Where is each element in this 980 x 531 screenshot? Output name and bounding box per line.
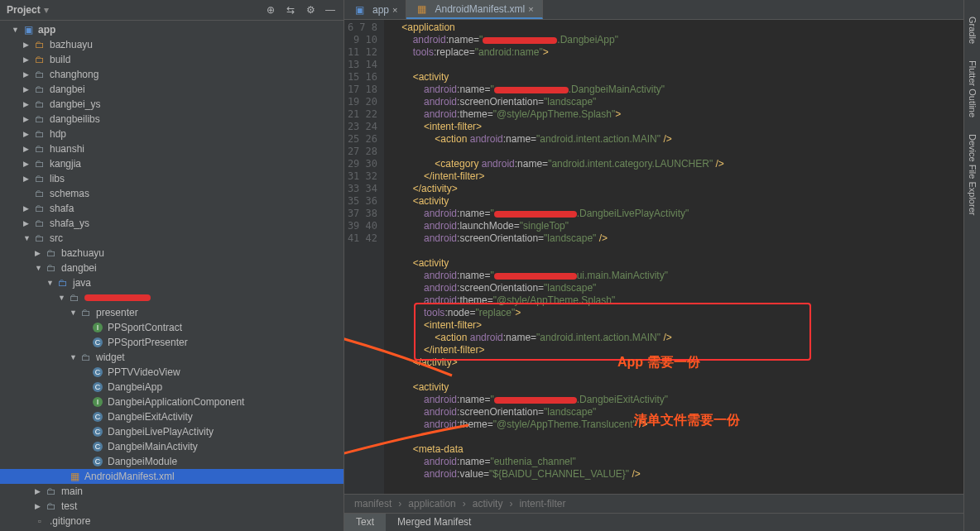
breadcrumb-intent-filter[interactable]: intent-filter	[519, 498, 565, 509]
breadcrumb-application[interactable]: application	[408, 498, 455, 509]
tree-item-schemas[interactable]: 🗀schemas	[0, 186, 343, 201]
target-icon[interactable]: ⊕	[264, 3, 277, 17]
bottom-tab-merged-manifest[interactable]: Merged Manifest	[386, 514, 483, 531]
tree-arrow[interactable]: ▼	[58, 294, 66, 302]
tree-arrow[interactable]: ▼	[12, 26, 20, 34]
tree-label: hdp	[50, 128, 66, 140]
tree-arrow[interactable]: ▼	[35, 264, 43, 272]
breadcrumb-manifest[interactable]: manifest	[354, 498, 392, 509]
tree-label: app	[38, 24, 55, 36]
tree-arrow[interactable]: ▶	[23, 130, 31, 138]
tree-item-hdp[interactable]: ▶🗀hdp	[0, 127, 343, 141]
tree-item-src[interactable]: ▼🗀src	[0, 231, 343, 246]
tree-item-java[interactable]: ▼🗀java	[0, 275, 343, 290]
rail-device-file-explorer[interactable]: Device File Explorer	[968, 134, 978, 215]
tree-item-widget[interactable]: ▼🗀widget	[0, 350, 343, 365]
tree-arrow[interactable]: ▶	[23, 204, 31, 213]
tree-item-bazhuayu[interactable]: ▶🗀bazhuayu	[0, 37, 343, 52]
rail-gradle[interactable]: Gradle	[968, 17, 978, 44]
tree-item-libs[interactable]: ▶🗀libs	[0, 171, 343, 186]
tree-arrow[interactable]: ▶	[23, 219, 31, 227]
tree-item-dangbei[interactable]: ▶🗀dangbei	[0, 82, 343, 97]
tree-arrow[interactable]: ▶	[35, 502, 43, 510]
tree-arrow[interactable]: ▶	[23, 70, 31, 79]
tree-arrow[interactable]: ▼	[70, 309, 78, 317]
editor-area: ▣app×▦AndroidManifest.xml× 6 7 8 9 10 11…	[344, 0, 963, 531]
collapse-icon[interactable]: ⇆	[284, 3, 297, 17]
tree-label: PPSportPresenter	[108, 337, 188, 348]
tree-item-kangjia[interactable]: ▶🗀kangjia	[0, 156, 343, 171]
tree-label: DangbeiModule	[108, 456, 177, 467]
close-icon[interactable]: ×	[528, 4, 533, 14]
close-icon[interactable]: ×	[392, 5, 397, 15]
tree-label: AndroidManifest.xml	[84, 471, 175, 482]
tree-item-dangbeiliveplayactivity[interactable]: CDangbeiLivePlayActivity	[0, 424, 343, 439]
tab-label: app	[372, 4, 389, 16]
tree-label: java	[73, 277, 91, 289]
tree-item-main[interactable]: ▶🗀main	[0, 484, 343, 499]
tree-label: test	[61, 500, 77, 512]
tree-item-shafa_ys[interactable]: ▶🗀shafa_ys	[0, 216, 343, 231]
tree-item-shafa[interactable]: ▶🗀shafa	[0, 201, 343, 216]
bottom-tabs: TextMerged Manifest	[344, 513, 963, 531]
tree-label: widget	[96, 352, 125, 363]
tree-item-ppsportpresenter[interactable]: CPPSportPresenter	[0, 335, 343, 350]
tree-item-dangbeilibs[interactable]: ▶🗀dangbeilibs	[0, 112, 343, 127]
code-area[interactable]: <application android:name=".DangbeiApp" …	[384, 20, 963, 494]
tree-item-pptvvideoview[interactable]: CPPTVVideoView	[0, 365, 343, 380]
tree-item-dangbeiapplicationcomponent[interactable]: IDangbeiApplicationComponent	[0, 395, 343, 409]
gear-icon[interactable]: ⚙	[304, 3, 317, 17]
tree-item-changhong[interactable]: ▶🗀changhong	[0, 67, 343, 82]
tree-arrow[interactable]: ▶	[23, 145, 31, 153]
tree-arrow[interactable]: ▼	[70, 353, 78, 361]
tree-item-ppsportcontract[interactable]: IPPSportContract	[0, 320, 343, 335]
tree-label: src	[50, 232, 63, 244]
tree-label: DangbeiLivePlayActivity	[108, 426, 214, 438]
tree-item-dangbei[interactable]: ▼🗀dangbei	[0, 261, 343, 275]
tree-item-huanshi[interactable]: ▶🗀huanshi	[0, 141, 343, 156]
project-sidebar: Project ▾ ⊕ ⇆ ⚙ — ▼▣app▶🗀bazhuayu▶🗀build…	[0, 0, 344, 531]
tree-label: kangjia	[50, 158, 81, 170]
tree-arrow[interactable]: ▶	[23, 115, 31, 123]
tree-arrow[interactable]: ▶	[23, 55, 31, 64]
tree-item-dangbeiapp[interactable]: CDangbeiApp	[0, 380, 343, 395]
tree-item-dangbeiexitactivity[interactable]: CDangbeiExitActivity	[0, 409, 343, 424]
tree-label: schemas	[50, 188, 89, 199]
tree-item-redacted[interactable]: ▼🗀	[0, 290, 343, 305]
rail-flutter-outline[interactable]: Flutter Outline	[968, 60, 978, 117]
tree-item-androidmanifest-xml[interactable]: ▦AndroidManifest.xml	[0, 469, 343, 484]
bottom-tab-text[interactable]: Text	[344, 514, 386, 531]
tree-item-dangbeimainactivity[interactable]: CDangbeiMainActivity	[0, 439, 343, 454]
tree-item-dangbeimodule[interactable]: CDangbeiModule	[0, 454, 343, 469]
tree-label: dangbeilibs	[50, 113, 100, 125]
tree-arrow[interactable]: ▶	[23, 100, 31, 108]
tab-androidmanifest-xml[interactable]: ▦AndroidManifest.xml×	[406, 0, 542, 19]
tree-label: bazhuayu	[50, 39, 93, 50]
tree-arrow[interactable]: ▶	[23, 175, 31, 183]
tree-item-presenter[interactable]: ▼🗀presenter	[0, 305, 343, 320]
editor-tabs: ▣app×▦AndroidManifest.xml×	[344, 0, 963, 20]
tree-arrow[interactable]: ▶	[23, 41, 31, 49]
tree-arrow[interactable]: ▼	[46, 279, 55, 287]
tree-arrow[interactable]: ▶	[35, 249, 43, 257]
tree-arrow[interactable]: ▼	[23, 234, 31, 242]
breadcrumb[interactable]: manifest›application›activity›intent-fil…	[344, 494, 963, 513]
tree-label: presenter	[96, 307, 138, 318]
gutter: 6 7 8 9 10 11 12 13 14 15 16 17 18 19 20…	[344, 20, 384, 494]
chevron-down-icon[interactable]: ▾	[44, 4, 49, 16]
tree-item-build[interactable]: ▶🗀build	[0, 52, 343, 67]
hide-icon[interactable]: —	[324, 3, 337, 17]
tree-item-dangbei_ys[interactable]: ▶🗀dangbei_ys	[0, 97, 343, 112]
tree-item-bazhuayu[interactable]: ▶🗀bazhuayu	[0, 246, 343, 261]
breadcrumb-activity[interactable]: activity	[473, 498, 503, 509]
tab-app[interactable]: ▣app×	[344, 0, 406, 19]
tree-arrow[interactable]: ▶	[23, 160, 31, 168]
tree-label: changhong	[50, 69, 98, 80]
tree-item-app[interactable]: ▼▣app	[0, 22, 343, 37]
project-tree[interactable]: ▼▣app▶🗀bazhuayu▶🗀build▶🗀changhong▶🗀dangb…	[0, 21, 343, 531]
tree-arrow[interactable]: ▶	[35, 487, 43, 495]
tree-arrow[interactable]: ▶	[23, 85, 31, 93]
tree-label: DangbeiMainActivity	[108, 441, 198, 452]
tree-item--gitignore[interactable]: ▫.gitignore	[0, 514, 343, 529]
tree-item-test[interactable]: ▶🗀test	[0, 499, 343, 514]
